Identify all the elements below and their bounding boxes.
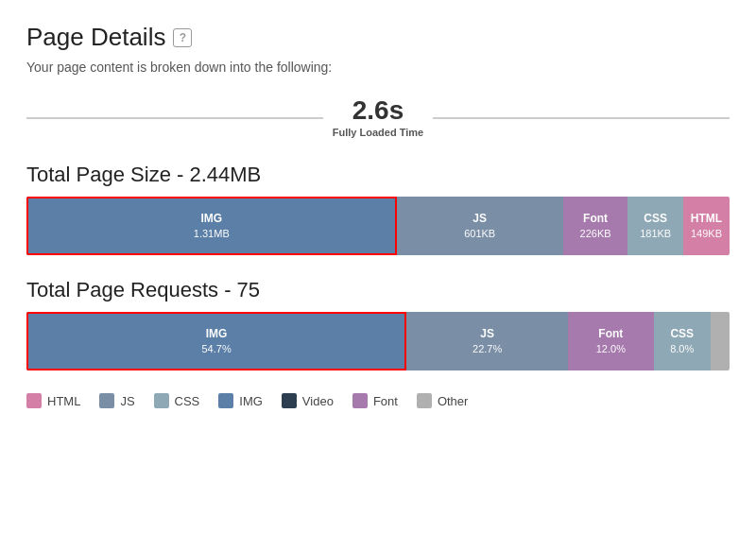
size-section-title: Total Page Size - 2.44MB xyxy=(26,163,730,187)
seg-label-font: Font xyxy=(598,326,623,342)
seg-value-css: 181KB xyxy=(640,227,671,241)
page-title-row: Page Details ? xyxy=(26,23,730,52)
seg-value-img: 54.7% xyxy=(201,342,231,356)
legend: HTMLJSCSSIMGVideoFontOther xyxy=(26,393,730,408)
seg-value-html: 149KB xyxy=(691,227,722,241)
seg-label-img: IMG xyxy=(206,326,228,342)
legend-label-video: Video xyxy=(302,394,334,408)
size-bar-chart: IMG1.31MBJS601KBFont226KBCSS181KBHTML149… xyxy=(26,197,730,255)
fully-loaded-container: 2.6s Fully Loaded Time xyxy=(26,92,730,142)
legend-label-html: HTML xyxy=(47,394,80,408)
requests-section-title: Total Page Requests - 75 xyxy=(26,278,730,302)
bar-segment-img: IMG54.7% xyxy=(26,312,406,370)
legend-dot-font xyxy=(352,393,368,408)
timeline-row: 2.6s Fully Loaded Time xyxy=(26,97,730,138)
legend-item-css: CSS xyxy=(154,393,200,408)
timeline-center-text: 2.6s Fully Loaded Time xyxy=(323,97,433,138)
legend-item-font: Font xyxy=(352,393,398,408)
seg-value-js: 22.7% xyxy=(472,342,502,356)
bar-segment-img: IMG1.31MB xyxy=(26,197,397,255)
loaded-time-value: 2.6s xyxy=(352,97,404,124)
timeline-line-left xyxy=(26,117,323,119)
seg-label-font: Font xyxy=(583,211,608,227)
legend-dot-video xyxy=(282,393,297,408)
seg-label-html: HTML xyxy=(691,211,722,227)
seg-value-img: 1.31MB xyxy=(194,227,230,241)
size-section: Total Page Size - 2.44MB IMG1.31MBJS601K… xyxy=(26,163,730,255)
seg-label-img: IMG xyxy=(200,211,222,227)
page-title: Page Details xyxy=(26,23,165,52)
legend-item-js: JS xyxy=(99,393,134,408)
legend-label-css: CSS xyxy=(175,394,200,408)
legend-dot-other xyxy=(417,393,432,408)
legend-label-js: JS xyxy=(120,394,134,408)
legend-dot-img xyxy=(218,393,233,408)
timeline-line-right xyxy=(433,117,730,119)
subtitle: Your page content is broken down into th… xyxy=(26,60,730,75)
bar-segment-css: CSS8.0% xyxy=(654,312,711,370)
legend-label-font: Font xyxy=(373,394,398,408)
legend-dot-css xyxy=(154,393,169,408)
legend-item-html: HTML xyxy=(26,393,80,408)
legend-item-other: Other xyxy=(417,393,469,408)
bar-segment-js: JS22.7% xyxy=(406,312,568,370)
bar-segment-html: HTML149KB xyxy=(683,197,730,255)
bar-segment-font: Font12.0% xyxy=(568,312,653,370)
seg-label-css: CSS xyxy=(644,211,667,227)
seg-label-js: JS xyxy=(472,211,487,227)
bar-segment-css: CSS181KB xyxy=(627,197,683,255)
seg-value-js: 601KB xyxy=(464,227,495,241)
seg-value-font: 226KB xyxy=(580,227,611,241)
bar-segment-js: JS601KB xyxy=(397,197,563,255)
legend-item-video: Video xyxy=(282,393,334,408)
requests-section: Total Page Requests - 75 IMG54.7%JS22.7%… xyxy=(26,278,730,370)
help-badge[interactable]: ? xyxy=(173,28,192,47)
requests-bar-chart: IMG54.7%JS22.7%Font12.0%CSS8.0% xyxy=(26,312,730,370)
seg-label-js: JS xyxy=(480,326,494,342)
legend-dot-html xyxy=(26,393,42,408)
seg-value-font: 12.0% xyxy=(596,342,626,356)
legend-dot-js xyxy=(99,393,114,408)
legend-label-img: IMG xyxy=(239,394,263,408)
seg-label-css: CSS xyxy=(670,326,694,342)
legend-item-img: IMG xyxy=(218,393,263,408)
legend-label-other: Other xyxy=(438,394,469,408)
loaded-time-label: Fully Loaded Time xyxy=(333,127,423,138)
bar-segment-other xyxy=(711,312,730,370)
bar-segment-font: Font226KB xyxy=(563,197,628,255)
seg-value-css: 8.0% xyxy=(670,342,694,356)
